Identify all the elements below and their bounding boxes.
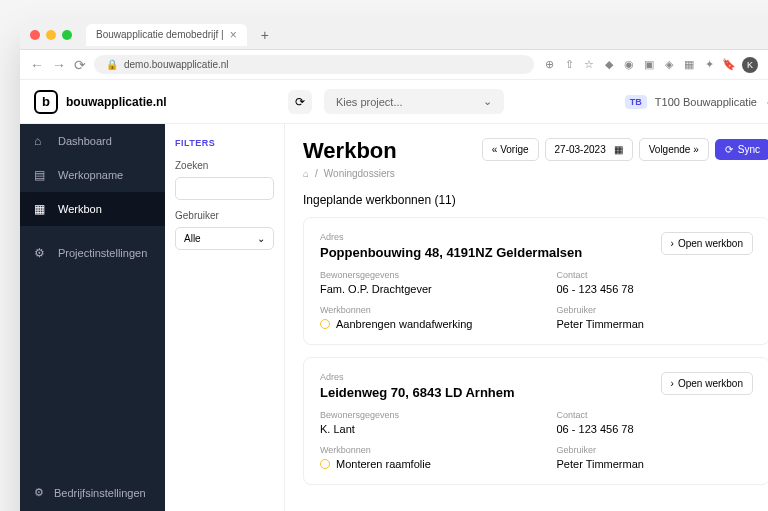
sidebar-item-werkbon[interactable]: ▦ Werkbon	[20, 192, 165, 226]
url-bar: ← → ⟳ 🔒 demo.bouwapplicatie.nl ⊕ ⇧ ☆ ◆ ◉…	[20, 50, 768, 80]
search-label: Zoeken	[175, 160, 274, 171]
search-input[interactable]	[175, 177, 274, 200]
sync-button[interactable]: ⟳ Sync	[715, 139, 768, 160]
profile-avatar[interactable]: K	[742, 57, 758, 73]
page-title: Werkbon	[303, 138, 397, 164]
clipboard-icon: ▤	[34, 168, 48, 182]
chevron-down-icon: ⌄	[257, 233, 265, 244]
app-topbar: b bouwapplicatie.nl ⟳ Kies project... ⌄ …	[20, 80, 768, 124]
sidebar-item-werkopname[interactable]: ▤ Werkopname	[20, 158, 165, 192]
user-label: Gebruiker	[557, 305, 754, 315]
sidebar-item-projectinstellingen[interactable]: ⚙ Projectinstellingen	[20, 236, 165, 270]
bookmark-icon[interactable]: 🔖	[722, 58, 736, 72]
home-icon[interactable]: ⌂	[303, 168, 309, 179]
contact-label: Contact	[557, 270, 754, 280]
gear-icon: ⚙	[34, 246, 48, 260]
workorder-value: Monteren raamfolie	[336, 458, 431, 470]
close-tab-icon[interactable]: ×	[230, 28, 237, 42]
user-name: T100 Bouwapplicatie	[655, 96, 757, 108]
calendar-icon: ▦	[614, 144, 623, 155]
puzzle-icon[interactable]: ✦	[702, 58, 716, 72]
user-menu[interactable]: TB T100 Bouwapplicatie ⌄	[625, 95, 768, 109]
reload-icon[interactable]: ⟳	[74, 57, 86, 73]
ext-icon[interactable]: ◆	[602, 58, 616, 72]
contact-value: 06 - 123 456 78	[557, 423, 754, 435]
sync-icon[interactable]: ⟳	[288, 90, 312, 114]
address-label: Adres	[320, 232, 582, 242]
workorder-card: Adres Poppenbouwing 48, 4191NZ Geldermal…	[303, 217, 768, 345]
open-workorder-button[interactable]: › Open werkbon	[661, 372, 753, 395]
browser-chrome: Bouwapplicatie demobedrijf | × +	[20, 20, 768, 50]
section-subtitle: Ingeplande werkbonnen (11)	[303, 193, 768, 207]
user-filter-value: Alle	[184, 233, 201, 244]
gear-icon: ⚙	[34, 486, 44, 499]
forward-icon[interactable]: →	[52, 57, 66, 73]
close-window-icon[interactable]	[30, 30, 40, 40]
ext-icon[interactable]: ▣	[642, 58, 656, 72]
user-value: Peter Timmerman	[557, 318, 754, 330]
sidebar-item-label: Werkbon	[58, 203, 102, 215]
calendar-icon: ▦	[34, 202, 48, 216]
project-select[interactable]: Kies project... ⌄	[324, 89, 504, 114]
project-placeholder: Kies project...	[336, 96, 403, 108]
menu-icon[interactable]: ⋮	[764, 58, 768, 72]
search-icon[interactable]: ⊕	[542, 58, 556, 72]
main-content: Werkbon « Vorige 27-03-2023 ▦ Volgende »…	[285, 124, 768, 511]
extension-icons: ⊕ ⇧ ☆ ◆ ◉ ▣ ◈ ▦ ✦ 🔖 K ⋮	[542, 57, 768, 73]
open-label: Open werkbon	[678, 238, 743, 249]
address-field[interactable]: 🔒 demo.bouwapplicatie.nl	[94, 55, 534, 74]
logo-text: bouwapplicatie.nl	[66, 95, 167, 109]
user-value: Peter Timmerman	[557, 458, 754, 470]
prev-date-button[interactable]: « Vorige	[482, 138, 539, 161]
date-picker[interactable]: 27-03-2023 ▦	[545, 138, 633, 161]
filters-panel: FILTERS Zoeken Gebruiker Alle ⌄	[165, 124, 285, 511]
tab-title: Bouwapplicatie demobedrijf |	[96, 29, 224, 40]
status-circle-icon	[320, 319, 330, 329]
browser-tab[interactable]: Bouwapplicatie demobedrijf | ×	[86, 24, 247, 46]
new-tab-icon[interactable]: +	[261, 27, 269, 43]
sidebar-item-label: Bedrijfsinstellingen	[54, 487, 146, 499]
user-filter-select[interactable]: Alle ⌄	[175, 227, 274, 250]
back-icon[interactable]: ←	[30, 57, 44, 73]
sidebar-item-dashboard[interactable]: ⌂ Dashboard	[20, 124, 165, 158]
resident-value: Fam. O.P. Drachtgever	[320, 283, 517, 295]
contact-value: 06 - 123 456 78	[557, 283, 754, 295]
breadcrumb: ⌂ / Woningdossiers	[303, 168, 768, 179]
sidebar: ⌂ Dashboard ▤ Werkopname ▦ Werkbon ⚙ Pro…	[20, 124, 165, 511]
address-value: Leidenweg 70, 6843 LD Arnhem	[320, 385, 515, 400]
sidebar-item-label: Dashboard	[58, 135, 112, 147]
open-workorder-button[interactable]: › Open werkbon	[661, 232, 753, 255]
date-value: 27-03-2023	[555, 144, 606, 155]
resident-value: K. Lant	[320, 423, 517, 435]
breadcrumb-item[interactable]: Woningdossiers	[324, 168, 395, 179]
logo-icon: b	[34, 90, 58, 114]
status-circle-icon	[320, 459, 330, 469]
sync-label: Sync	[738, 144, 760, 155]
home-icon: ⌂	[34, 134, 48, 148]
maximize-window-icon[interactable]	[62, 30, 72, 40]
share-icon[interactable]: ⇧	[562, 58, 576, 72]
contact-label: Contact	[557, 410, 754, 420]
ext-icon[interactable]: ▦	[682, 58, 696, 72]
workorders-label: Werkbonnen	[320, 305, 517, 315]
sidebar-item-label: Werkopname	[58, 169, 123, 181]
user-filter-label: Gebruiker	[175, 210, 274, 221]
address-value: Poppenbouwing 48, 4191NZ Geldermalsen	[320, 245, 582, 260]
sidebar-item-bedrijfsinstellingen[interactable]: ⚙ Bedrijfsinstellingen	[20, 476, 165, 509]
ext-icon[interactable]: ◉	[622, 58, 636, 72]
chevron-right-icon: ›	[671, 238, 674, 249]
address-label: Adres	[320, 372, 515, 382]
workorder-card: Adres Leidenweg 70, 6843 LD Arnhem › Ope…	[303, 357, 768, 485]
resident-label: Bewonersgegevens	[320, 410, 517, 420]
user-initials: TB	[625, 95, 647, 109]
app-logo[interactable]: b bouwapplicatie.nl	[34, 90, 167, 114]
filters-heading: FILTERS	[175, 138, 274, 148]
minimize-window-icon[interactable]	[46, 30, 56, 40]
open-label: Open werkbon	[678, 378, 743, 389]
workorder-value: Aanbrengen wandafwerking	[336, 318, 472, 330]
workorders-label: Werkbonnen	[320, 445, 517, 455]
next-date-button[interactable]: Volgende »	[639, 138, 709, 161]
star-icon[interactable]: ☆	[582, 58, 596, 72]
sync-icon: ⟳	[725, 144, 733, 155]
ext-icon[interactable]: ◈	[662, 58, 676, 72]
